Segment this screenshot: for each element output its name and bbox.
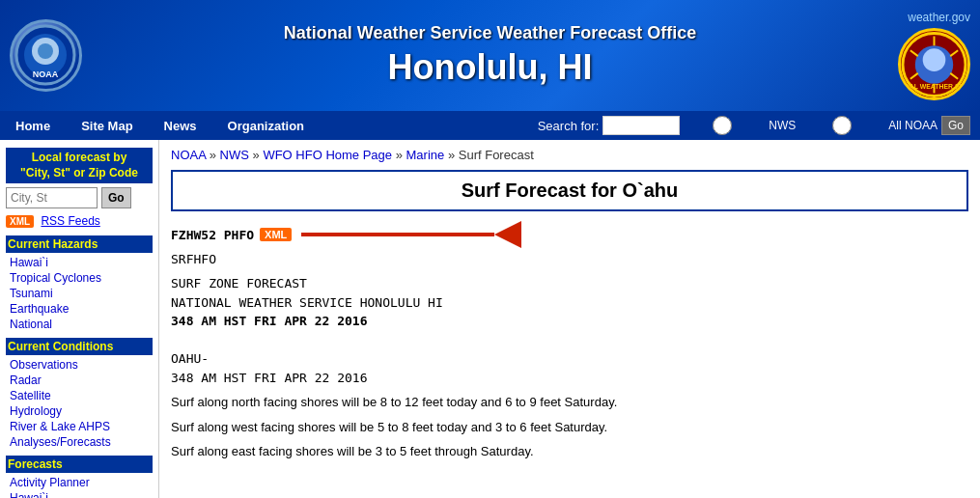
all-noaa-radio[interactable] [803,116,881,135]
sidebar-item-analyses[interactable]: Analyses/Forecasts [6,434,153,450]
sidebar: Local forecast by "City, St" or Zip Code… [0,140,159,498]
forecast-para1: Surf along north facing shores will be 8… [171,393,968,412]
forecast-line2: NATIONAL WEATHER SERVICE HONOLULU HI [171,293,968,313]
header-right: weather.gov NATIONAL WEATHER SERVICE [898,11,970,100]
sidebar-item-observations[interactable]: Observations [6,357,153,373]
current-hazards-heading: Current Hazards [6,235,153,253]
current-conditions-heading: Current Conditions [6,338,153,355]
sidebar-search: Go [6,187,153,208]
breadcrumb-marine[interactable]: Marine [406,148,445,162]
breadcrumb-nws[interactable]: NWS [220,148,249,162]
svg-point-3 [38,43,53,59]
forecast-line3: 348 AM HST FRI APR 22 2016 [171,312,968,331]
search-label: Search for: [538,119,600,133]
city-input[interactable] [6,187,98,208]
search-radio-group: NWS All NOAA [684,116,938,135]
breadcrumb-noaa[interactable]: NOAA [171,148,206,162]
forecasts-heading: Forecasts [6,456,153,473]
sidebar-item-radar[interactable]: Radar [6,373,153,388]
sidebar-item-river-lake[interactable]: River & Lake AHPS [6,419,153,434]
svg-point-7 [923,48,946,71]
rss-feeds-row: XML RSS Feeds [6,214,153,228]
weather-gov-link[interactable]: weather.gov [908,11,970,24]
forecast-oahu-label: OAHU- [171,349,968,369]
forecast-oahu-time: 348 AM HST FRI APR 22 2016 [171,369,968,388]
rss-feeds-link[interactable]: RSS Feeds [41,214,99,228]
product-header: FZHW52 PHFO XML [171,221,968,248]
sidebar-item-activity-planner[interactable]: Activity Planner [6,475,153,490]
sidebar-item-forecasts-hawaii[interactable]: Hawai`i [6,490,153,498]
forecast-title-box: Surf Forecast for O`ahu [171,170,968,211]
sidebar-item-national[interactable]: National [6,317,153,332]
main-content: NOAA » NWS » WFO HFO Home Page » Marine … [159,140,980,498]
search-go-button[interactable]: Go [941,116,970,135]
product-id: FZHW52 PHFO [171,228,254,242]
breadcrumb-wfo-hfo[interactable]: WFO HFO Home Page [263,148,392,162]
all-noaa-label: All NOAA [888,119,938,132]
noaa-logo: NOAA [10,19,82,92]
sidebar-go-button[interactable]: Go [101,187,131,208]
sidebar-item-satellite[interactable]: Satellite [6,388,153,403]
nws-label: NWS [769,119,796,132]
sidebar-item-tropical-cyclones[interactable]: Tropical Cyclones [6,270,153,286]
local-forecast-label: Local forecast by "City, St" or Zip Code [6,148,153,183]
product-subid: SRFHFO [171,252,968,266]
arrow-annotation [301,221,521,248]
sidebar-item-earthquake[interactable]: Earthquake [6,301,153,317]
site-header: NOAA National Weather Service Weather Fo… [0,0,980,111]
nav-home[interactable]: Home [10,115,56,137]
forecast-para3: Surf along east facing shores will be 3 … [171,442,968,461]
svg-text:NOAA: NOAA [33,69,59,79]
header-center: National Weather Service Weather Forecas… [82,23,898,88]
breadcrumb: NOAA » NWS » WFO HFO Home Page » Marine … [171,148,968,162]
breadcrumb-current: Surf Forecast [459,148,534,162]
svg-text:NATIONAL WEATHER SERVICE: NATIONAL WEATHER SERVICE [901,82,967,89]
nav-organization[interactable]: Organization [222,115,310,137]
header-title-location: Honolulu, HI [82,47,898,88]
sidebar-item-hawaii[interactable]: Hawai`i [6,255,153,270]
nws-radio[interactable] [684,116,761,135]
sidebar-item-tsunami[interactable]: Tsunami [6,286,153,301]
forecast-title: Surf Forecast for O`ahu [181,180,959,202]
nav-sitemap[interactable]: Site Map [75,115,138,137]
header-title-main: National Weather Service Weather Forecas… [82,23,898,43]
navigation-bar: Home Site Map News Organization Search f… [0,111,980,140]
nav-news[interactable]: News [158,115,203,137]
arrow-line [301,233,494,236]
forecast-line1: SURF ZONE FORECAST [171,274,968,293]
forecast-text: SURF ZONE FORECAST NATIONAL WEATHER SERV… [171,274,968,461]
xml-link[interactable]: XML [260,228,292,241]
main-layout: Local forecast by "City, St" or Zip Code… [0,140,980,498]
sidebar-item-hydrology[interactable]: Hydrology [6,403,153,419]
search-input[interactable] [602,116,680,135]
nws-logo: NATIONAL WEATHER SERVICE [898,28,970,100]
forecast-para2: Surf along west facing shores will be 5 … [171,418,968,437]
search-section: Search for: NWS All NOAA Go [538,116,970,135]
xml-badge: XML [6,215,34,228]
arrow-head [494,221,521,248]
